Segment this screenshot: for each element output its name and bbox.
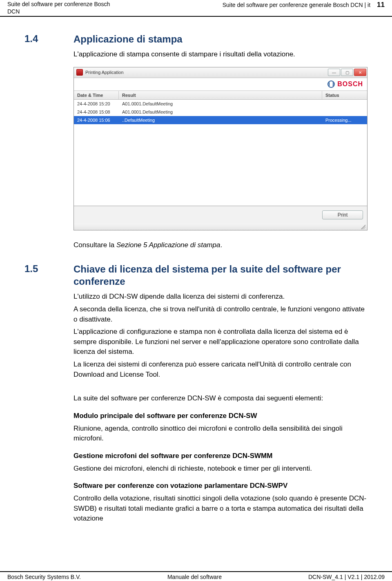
consult-text: Consultare la Sezione 5 Applicazione di … <box>74 240 368 250</box>
minimize-button[interactable]: — <box>328 69 340 76</box>
section-1-5-header: 1.5 Chiave di licenza del sistema per la… <box>24 263 368 288</box>
cell-result: A01.0001.DefaultMeeting <box>119 101 322 107</box>
bosch-wordmark: BOSCH <box>337 80 363 88</box>
sec15-p2: A seconda della licenza, che si trova ne… <box>74 304 368 324</box>
bottom-bar: Print <box>74 206 367 223</box>
consult-line: Consultare la Sezione 5 Applicazione di … <box>74 240 368 250</box>
page-number: 11 <box>377 1 385 9</box>
sec15-p3: L'applicazione di configurazione e stamp… <box>74 327 368 357</box>
table-row[interactable]: 24-4-2008 15:20 A01.0001.DefaultMeeting <box>74 100 367 108</box>
cell-status <box>322 101 367 107</box>
module-2-heading: Gestione microfoni del software per conf… <box>74 451 368 461</box>
brand-row: BOSCH <box>74 78 367 91</box>
header-right: Suite del software per conferenze genera… <box>223 1 385 9</box>
consult-ital: Sezione 5 Applicazione di stampa <box>116 241 220 249</box>
col-header-status[interactable]: Status <box>322 91 367 99</box>
section-1-4-intro: L'applicazione di stampa consente di sta… <box>74 49 368 60</box>
titlebar: Printing Application — ▢ ✕ <box>74 67 367 78</box>
print-button[interactable]: Print <box>322 210 363 219</box>
section-1-4-header: 1.4 Applicazione di stampa <box>24 33 368 45</box>
section-number: 1.5 <box>24 263 57 288</box>
cell-date: 24-4-2008 15:08 <box>74 109 119 115</box>
grid-header: Date & Time Result Status <box>74 91 367 100</box>
window-buttons: — ▢ ✕ <box>327 69 366 76</box>
cell-result: A01.0001.DefaultMeeting <box>119 109 322 115</box>
header-breadcrumb: Suite del software per conferenze genera… <box>223 2 370 8</box>
cell-result: ..DefaultMeeting <box>119 117 322 123</box>
col-header-date[interactable]: Date & Time <box>74 91 119 99</box>
window: Printing Application — ▢ ✕ BOSCH Date & … <box>74 67 368 230</box>
section-1-4-body: L'applicazione di stampa consente di sta… <box>74 49 368 60</box>
module-1-body: Riunione, agenda, controllo sinottico de… <box>74 424 368 444</box>
maximize-button[interactable]: ▢ <box>341 69 353 76</box>
header-left: Suite del software per conferenze Bosch … <box>7 1 110 15</box>
module-1-heading: Modulo principale del software per confe… <box>74 411 368 421</box>
cell-status: Processing... <box>322 117 367 123</box>
sec15-p5: La suite del software per conferenze DCN… <box>74 393 368 404</box>
footer-left: Bosch Security Systems B.V. <box>7 574 81 580</box>
consult-pre: Consultare la <box>74 241 116 249</box>
header-title-line2: DCN <box>7 8 110 16</box>
module-3-body: Controllo della votazione, risultati sin… <box>74 494 368 524</box>
cell-status <box>322 109 367 115</box>
sec15-p1: L'utilizzo di DCN-SW dipende dalla licen… <box>74 292 368 302</box>
section-title: Applicazione di stampa <box>74 33 183 45</box>
content: 1.4 Applicazione di stampa L'applicazion… <box>0 17 392 524</box>
table-row-selected[interactable]: 24-4-2008 15:06 ..DefaultMeeting Process… <box>74 116 367 124</box>
grid-body: 24-4-2008 15:20 A01.0001.DefaultMeeting … <box>74 100 367 206</box>
page: Suite del software per conferenze Bosch … <box>0 0 392 581</box>
cell-date: 24-4-2008 15:06 <box>74 117 119 123</box>
footer-center: Manuale del software <box>167 574 222 580</box>
section-title: Chiave di licenza del sistema per la sui… <box>74 263 368 288</box>
status-strip <box>74 223 367 230</box>
sec15-p4: La licenza dei sistemi di conferenza può… <box>74 360 368 380</box>
section-number: 1.4 <box>24 33 57 45</box>
table-row[interactable]: 24-4-2008 15:08 A01.0001.DefaultMeeting <box>74 108 367 116</box>
module-3-heading: Software per conferenze con votazione pa… <box>74 481 368 491</box>
consult-post: . <box>220 241 222 249</box>
header-title-line1: Suite del software per conferenze Bosch <box>7 1 110 8</box>
col-header-result[interactable]: Result <box>119 91 322 99</box>
close-button[interactable]: ✕ <box>354 69 366 76</box>
resize-grip-icon[interactable] <box>360 223 365 229</box>
footer-right: DCN-SW_4.1 | V2.1 | 2012.09 <box>308 574 385 580</box>
module-2-body: Gestione dei microfoni, elenchi di richi… <box>74 464 368 474</box>
bosch-logo-icon <box>327 80 335 88</box>
doc-header: Suite del software per conferenze Bosch … <box>0 0 392 17</box>
section-1-5-body: L'utilizzo di DCN-SW dipende dalla licen… <box>74 292 368 524</box>
window-title: Printing Application <box>85 70 327 75</box>
printing-app-screenshot: Printing Application — ▢ ✕ BOSCH Date & … <box>74 67 368 230</box>
doc-footer: Bosch Security Systems B.V. Manuale del … <box>0 571 392 581</box>
app-icon <box>76 69 83 76</box>
cell-date: 24-4-2008 15:20 <box>74 101 119 107</box>
